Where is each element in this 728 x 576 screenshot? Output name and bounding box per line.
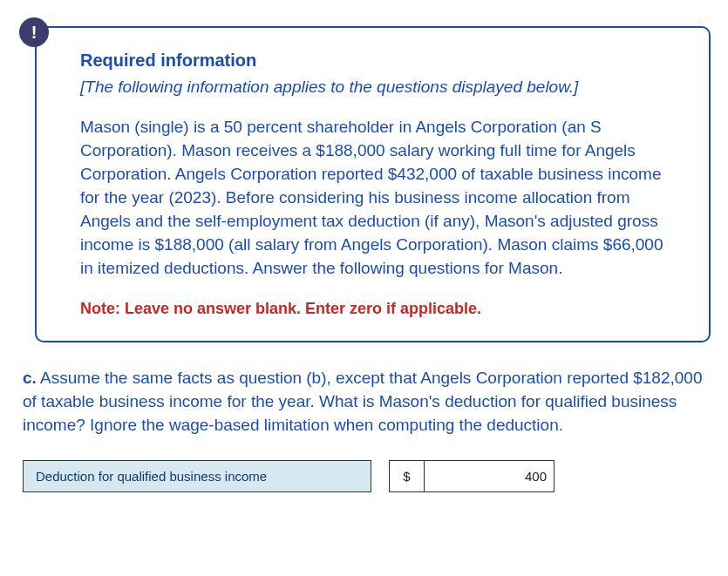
info-subtitle: [The following information applies to th…	[80, 78, 674, 97]
required-info-heading: Required information	[80, 51, 674, 71]
question-text: c. Assume the same facts as question (b)…	[23, 367, 705, 437]
question-block: c. Assume the same facts as question (b)…	[23, 367, 705, 437]
info-box: Required information [The following info…	[35, 26, 711, 342]
alert-icon: !	[19, 17, 49, 47]
spacer	[371, 460, 389, 492]
deduction-input[interactable]	[424, 460, 555, 492]
answer-row: Deduction for qualified business income …	[23, 460, 705, 492]
info-note: Note: Leave no answer blank. Enter zero …	[80, 300, 674, 318]
required-info-section: ! Required information [The following in…	[35, 26, 711, 342]
info-body: Mason (single) is a 50 percent sharehold…	[80, 116, 674, 281]
currency-symbol: $	[389, 460, 424, 492]
question-label: c.	[23, 369, 37, 387]
question-body: Assume the same facts as question (b), e…	[23, 369, 702, 434]
answer-field-label: Deduction for qualified business income	[23, 460, 371, 492]
alert-symbol: !	[31, 23, 37, 43]
